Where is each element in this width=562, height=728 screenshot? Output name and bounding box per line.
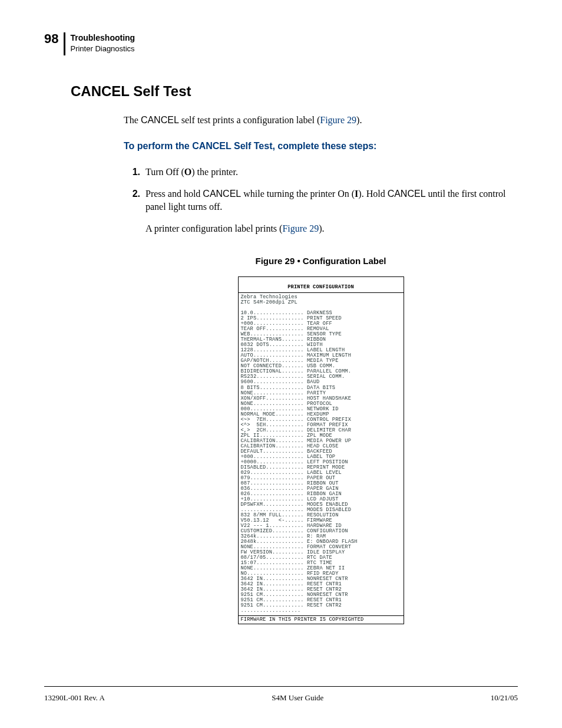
step-number: 1. — [124, 166, 146, 179]
section-name: Printer Diagnostics — [70, 44, 135, 54]
chapter-title: Troubleshooting — [70, 32, 135, 44]
config-label-footer: FIRMWARE IN THIS PRINTER IS COPYRIGHTED — [239, 615, 404, 624]
step-1: 1. Turn Off (O) the printer. — [124, 166, 518, 179]
page-footer: 13290L-001 Rev. A S4M User Guide 10/21/0… — [44, 686, 518, 703]
figure-caption: Figure 29 • Configuration Label — [124, 255, 518, 267]
config-label-figure: PRINTER CONFIGURATIONZebra Technologies … — [238, 276, 404, 624]
page-number: 98 — [44, 32, 65, 55]
intro-paragraph: The CANCEL self test prints a configurat… — [124, 114, 518, 127]
steps-list: 1. Turn Off (O) the printer. 2. Press an… — [124, 166, 518, 213]
footer-center: S4M User Guide — [272, 693, 323, 703]
config-label-title: PRINTER CONFIGURATION — [239, 282, 404, 293]
config-rows: 10.0................ DARKNESS 2 IPS.....… — [241, 310, 358, 608]
cancel-label: CANCEL — [141, 115, 179, 125]
steps-heading: To perform the CANCEL Self Test, complet… — [124, 140, 518, 153]
section-heading: CANCEL Self Test — [71, 82, 518, 101]
footer-right: 10/21/05 — [491, 693, 518, 703]
footer-left: 13290L-001 Rev. A — [44, 693, 105, 703]
step-2: 2. Press and hold CANCEL while turning t… — [124, 187, 518, 213]
after-steps-paragraph: A printer configuration label prints (Fi… — [146, 222, 518, 235]
figure-reference-link[interactable]: Figure 29 — [282, 223, 319, 233]
step-number: 2. — [124, 187, 146, 213]
page-header: 98 Troubleshooting Printer Diagnostics — [44, 32, 518, 55]
figure-reference-link[interactable]: Figure 29 — [320, 115, 356, 125]
